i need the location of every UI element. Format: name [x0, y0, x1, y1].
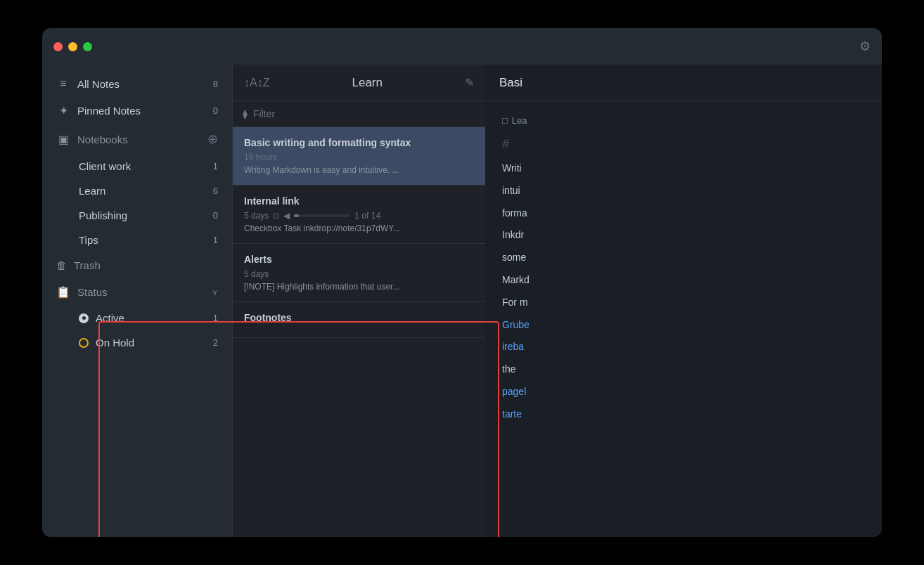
chevron-down-icon: ∨	[212, 287, 218, 297]
notebook-count: 1	[213, 235, 218, 245]
note-item-1[interactable]: Basic writing and formatting syntax 19 h…	[233, 127, 485, 186]
sync-icon: ⊡	[273, 212, 279, 221]
status-active-item[interactable]: Active 1	[42, 306, 232, 330]
pinned-notes-count: 0	[213, 105, 218, 116]
sort-icon[interactable]: ↕A↕Z	[244, 77, 269, 89]
pin-icon: ✦	[56, 104, 70, 117]
progress-fill	[294, 214, 298, 217]
note-meta-2: 5 days ⊡ ◀ 1 of 14	[244, 211, 474, 221]
main-layout: ≡ All Notes 8 ✦ Pinned Notes 0 ▣ Noteboo…	[42, 65, 882, 537]
notebook-label: Tips	[79, 234, 213, 246]
app-window: ⚙ ≡ All Notes 8 ✦ Pinned Notes 0 ▣ Noteb…	[42, 28, 882, 537]
trash-icon: 🗑	[56, 259, 67, 271]
progress-indicator: ◀	[283, 211, 290, 221]
status-label: Status	[77, 286, 205, 298]
note-item-2[interactable]: Internal link 5 days ⊡ ◀ 1 of 14 Checkbo…	[233, 186, 485, 244]
note-title-1: Basic writing and formatting syntax	[244, 137, 474, 148]
notebook-label: Client work	[79, 160, 213, 172]
notebook-publishing[interactable]: Publishing 0	[42, 203, 232, 228]
notebooks-icon: ▣	[56, 133, 70, 146]
progress-bar	[294, 214, 350, 217]
note-list-panel: ↕A↕Z Learn ✎ ⧫ Filter Basic writing and …	[232, 65, 485, 537]
editor-body[interactable]: Writi intui forma Inkdr some Markd For m…	[502, 160, 865, 423]
trash-label: Trash	[74, 259, 101, 271]
breadcrumb: □ Lea	[502, 115, 865, 126]
all-notes-icon: ≡	[56, 77, 70, 90]
breadcrumb-icon: □	[502, 115, 508, 126]
editor-content: □ Lea # Writi intui forma Inkdr some Mar…	[485, 101, 882, 537]
note-title-2: Internal link	[244, 195, 474, 207]
status-active-label: Active	[96, 312, 206, 324]
note-title-3: Alerts	[244, 254, 474, 265]
editor-header: Basi	[485, 65, 882, 101]
note-item-3[interactable]: Alerts 5 days [!NOTE] Highlights informa…	[233, 244, 485, 302]
notebook-client-work[interactable]: Client work 1	[42, 154, 232, 178]
notebooks-header[interactable]: ▣ Notebooks ⊕	[42, 124, 232, 154]
status-header[interactable]: 📋 Status ∨	[56, 285, 218, 299]
notebooks-label: Notebooks	[77, 134, 200, 145]
pinned-notes-item[interactable]: ✦ Pinned Notes 0	[42, 97, 232, 124]
link-pagel[interactable]: pagel	[502, 386, 526, 397]
close-button[interactable]	[53, 42, 63, 51]
filter-text[interactable]: Filter	[253, 108, 275, 119]
notebook-tips[interactable]: Tips 1	[42, 228, 232, 252]
status-icon: 📋	[56, 285, 70, 299]
note-item-4[interactable]: Footnotes	[233, 302, 485, 338]
active-dot-icon	[79, 313, 89, 323]
status-on-hold-label: On Hold	[96, 337, 206, 349]
note-preview-3: [!NOTE] Highlights information that user…	[244, 282, 474, 292]
all-notes-label: All Notes	[77, 78, 206, 90]
notebook-count: 1	[213, 161, 218, 171]
link-tarte[interactable]: tarte	[502, 408, 522, 420]
note-preview-2: Checkbox Task inkdrop://note/31p7dWY...	[244, 223, 474, 233]
link-grube[interactable]: Grube	[502, 319, 530, 330]
all-notes-count: 8	[213, 79, 218, 89]
note-title-4: Footnotes	[244, 312, 474, 323]
link-ireba[interactable]: ireba	[502, 341, 524, 352]
status-on-hold-item[interactable]: On Hold 2	[42, 330, 232, 355]
all-notes-item[interactable]: ≡ All Notes 8	[42, 70, 232, 97]
hash-icon: #	[502, 137, 865, 152]
notebook-count: 0	[213, 210, 218, 221]
note-list-title: Learn	[278, 76, 456, 90]
add-notebook-icon[interactable]: ⊕	[207, 131, 218, 147]
on-hold-dot-icon	[79, 338, 89, 348]
sidebar: ≡ All Notes 8 ✦ Pinned Notes 0 ▣ Noteboo…	[42, 65, 232, 537]
pinned-notes-label: Pinned Notes	[77, 105, 206, 117]
notebook-learn[interactable]: Learn 6	[42, 178, 232, 203]
traffic-lights	[53, 42, 92, 51]
trash-item[interactable]: 🗑 Trash	[42, 252, 232, 278]
notebook-count: 6	[213, 186, 218, 196]
notebook-label: Publishing	[79, 209, 213, 221]
note-meta-3: 5 days	[244, 269, 474, 279]
status-active-count: 1	[213, 313, 218, 323]
note-meta-1: 19 hours	[244, 152, 474, 162]
note-preview-1: Writing Markdown is easy and intuitive. …	[244, 165, 474, 175]
note-list-header: ↕A↕Z Learn ✎	[233, 65, 485, 101]
edit-icon[interactable]: ✎	[465, 76, 474, 89]
settings-button[interactable]: ⚙	[859, 39, 871, 54]
notebook-label: Learn	[79, 185, 213, 197]
maximize-button[interactable]	[83, 42, 92, 51]
filter-bar: ⧫ Filter	[233, 101, 485, 127]
title-bar: ⚙	[42, 28, 882, 65]
minimize-button[interactable]	[68, 42, 77, 51]
filter-icon: ⧫	[243, 108, 248, 119]
status-on-hold-count: 2	[213, 337, 218, 348]
editor-title: Basi	[499, 76, 522, 90]
editor-panel: Basi □ Lea # Writi intui forma Inkdr som…	[485, 65, 882, 537]
status-section: 📋 Status ∨	[42, 278, 232, 306]
breadcrumb-text: Lea	[512, 115, 527, 126]
progress-text: 1 of 14	[354, 211, 380, 221]
